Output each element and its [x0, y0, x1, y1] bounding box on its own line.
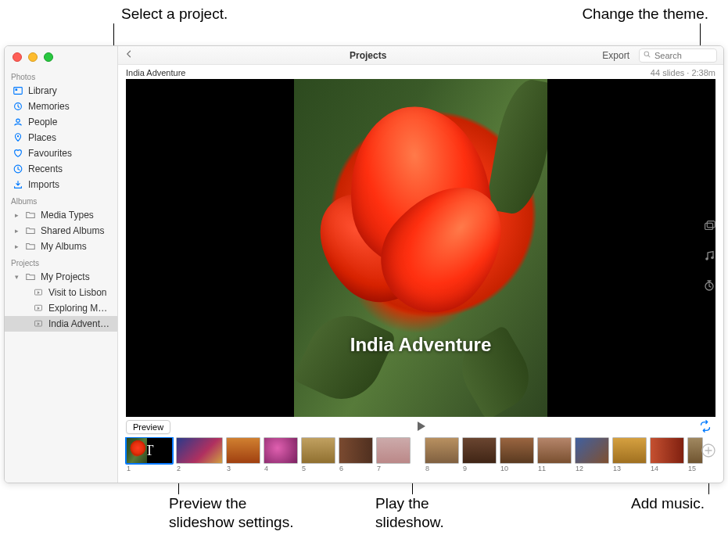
sidebar-item-memories[interactable]: Memories	[5, 99, 117, 114]
thumb-6[interactable]: 6	[339, 437, 373, 472]
sidebar-item-label: Shared Albums	[41, 225, 113, 236]
thumb-12[interactable]: 12	[575, 437, 609, 472]
sidebar-item-label: Recents	[28, 163, 113, 174]
filmstrip[interactable]: T 1 2 3 4 5 6 7 8 9 10 11 12 13 14 1	[118, 437, 723, 483]
sidebar-item-favourites[interactable]: Favourites	[5, 145, 117, 161]
callout-preview: Preview the slideshow settings.	[169, 494, 293, 532]
window-controls	[13, 52, 53, 62]
slideshow-icon	[33, 303, 44, 314]
project-header: India Adventure 44 slides · 2:38m	[118, 65, 723, 79]
chevron-down-icon: ▾	[13, 273, 20, 281]
chevron-right-icon: ▸	[13, 227, 20, 235]
sidebar-project-india-adventure[interactable]: India Adventure	[5, 316, 117, 332]
thumb-10[interactable]: 10	[500, 437, 534, 472]
sidebar-item-label: Imports	[28, 179, 113, 190]
back-button[interactable]	[124, 49, 137, 61]
music-button[interactable]	[701, 248, 717, 264]
sidebar-item-places[interactable]: Places	[5, 130, 117, 145]
slideshow-icon	[33, 318, 44, 329]
places-icon	[13, 132, 23, 143]
sidebar-item-shared-albums[interactable]: ▸ Shared Albums	[5, 223, 117, 239]
thumb-14[interactable]: 14	[650, 437, 684, 472]
sidebar-project-exploring[interactable]: Exploring Mor…	[5, 300, 117, 316]
svg-rect-11	[707, 221, 715, 228]
thumb-3[interactable]: 3	[226, 437, 260, 472]
search-icon	[643, 49, 651, 61]
preview-button[interactable]: Preview	[126, 420, 170, 434]
thumb-number: 3	[226, 465, 260, 472]
thumb-1[interactable]: T 1	[126, 437, 173, 472]
sidebar-item-people[interactable]: People	[5, 114, 117, 130]
duration-button[interactable]	[701, 278, 717, 293]
sidebar: Photos Library Memories People Places Fa…	[5, 46, 118, 483]
folder-icon	[25, 271, 36, 282]
title-slide-thumb: T	[126, 437, 173, 464]
thumb-number: 14	[650, 465, 684, 472]
thumb-2[interactable]: 2	[176, 437, 223, 472]
sidebar-item-media-types[interactable]: ▸ Media Types	[5, 207, 117, 223]
thumb-number: 11	[537, 465, 572, 472]
sidebar-item-label: Places	[28, 132, 113, 143]
thumb-13[interactable]: 13	[612, 437, 647, 472]
sidebar-section-photos: Photos	[5, 68, 117, 83]
slideshow-stage: India Adventure	[126, 79, 715, 417]
theme-button[interactable]	[701, 218, 717, 234]
thumb-11[interactable]: 11	[537, 437, 572, 472]
sidebar-item-label: Visit to Lisbon	[48, 287, 113, 298]
thumb-5[interactable]: 5	[301, 437, 335, 472]
maximize-button[interactable]	[44, 52, 53, 62]
thumb-9[interactable]: 9	[462, 437, 497, 472]
callout-select-project: Select a project.	[121, 5, 228, 23]
sidebar-item-label: Exploring Mor…	[48, 303, 113, 314]
search-input[interactable]	[654, 51, 713, 60]
folder-icon	[25, 225, 36, 236]
sidebar-section-projects: Projects	[5, 254, 117, 269]
sidebar-item-label: India Adventure	[48, 318, 113, 329]
play-button[interactable]	[414, 420, 427, 435]
slideshow-icon	[33, 287, 44, 298]
project-name: India Adventure	[126, 68, 185, 77]
loop-button[interactable]	[698, 419, 712, 436]
sidebar-item-imports[interactable]: Imports	[5, 177, 117, 192]
sidebar-section-albums: Albums	[5, 192, 117, 207]
export-button[interactable]: Export	[599, 50, 633, 61]
thumb-7[interactable]: 7	[376, 437, 411, 472]
sidebar-item-label: My Projects	[41, 271, 113, 282]
slideshow-controls: Preview	[118, 417, 723, 437]
svg-point-4	[17, 135, 19, 137]
svg-rect-0	[14, 88, 23, 95]
sidebar-item-label: Library	[28, 85, 113, 96]
chevron-right-icon: ▸	[13, 211, 20, 219]
sidebar-project-visit-lisbon[interactable]: Visit to Lisbon	[5, 285, 117, 300]
library-icon	[13, 85, 23, 96]
sidebar-item-my-projects[interactable]: ▾ My Projects	[5, 269, 117, 285]
sidebar-item-my-albums[interactable]: ▸ My Albums	[5, 239, 117, 254]
sidebar-item-recents[interactable]: Recents	[5, 161, 117, 177]
close-button[interactable]	[13, 52, 22, 62]
sidebar-item-library[interactable]: Library	[5, 83, 117, 99]
project-meta: 44 slides · 2:38m	[651, 68, 715, 77]
clock-icon	[13, 163, 23, 174]
heart-icon	[13, 148, 23, 159]
folder-icon	[25, 210, 36, 221]
svg-point-3	[16, 119, 20, 122]
thumb-number: 12	[575, 465, 609, 472]
people-icon	[13, 117, 23, 127]
folder-icon	[25, 241, 36, 252]
memories-icon	[13, 101, 23, 112]
minimize-button[interactable]	[28, 52, 38, 62]
main-area: Projects Export India Adventure 44 slide…	[118, 46, 723, 483]
add-photos-button[interactable]	[700, 442, 717, 459]
svg-point-13	[711, 257, 714, 260]
sidebar-item-label: My Albums	[41, 241, 113, 252]
thumb-4[interactable]: 4	[264, 437, 298, 472]
thumb-number: 6	[339, 465, 373, 472]
svg-point-12	[705, 257, 708, 260]
search-field[interactable]	[639, 48, 717, 63]
toolbar-title: Projects	[143, 50, 593, 61]
thumb-8[interactable]: 8	[425, 437, 459, 472]
sidebar-item-label: Memories	[28, 101, 113, 112]
sidebar-item-label: Favourites	[28, 148, 113, 159]
svg-rect-1	[16, 88, 18, 91]
import-icon	[13, 179, 23, 190]
